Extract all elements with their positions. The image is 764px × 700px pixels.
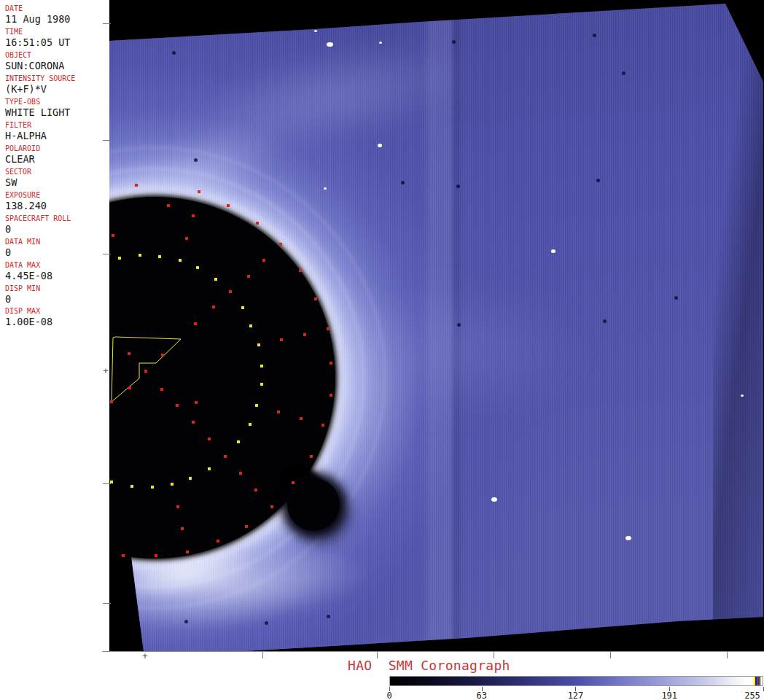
fiducial-dot-red [280,338,283,341]
metadata-field: SPACECRAFT ROLL0 [5,214,71,235]
metadata-value: H-ALPHA [5,131,47,141]
bright-speck [551,249,556,253]
fiducial-dot-yellow [130,485,133,488]
fiducial-dot-red [155,554,157,557]
fiducial-dot-yellow [196,266,199,269]
dust-speck [194,158,198,162]
metadata-field: INTENSITY SOURCE(K+F)*V [5,74,75,95]
fiducial-dot-red [292,481,295,484]
metadata-field: TIME16:51:05 UT [5,28,70,48]
fiducial-dot-red [330,394,332,397]
dust-speck [401,181,405,184]
left-axis-plus-mark: + [103,366,109,376]
metadata-label: DISP MIN [5,284,40,292]
metadata-value: 0 [5,247,40,258]
bottom-axis-line [102,651,764,652]
bottom-axis-plus-mark: + [142,651,148,661]
fiducial-dot-red [185,237,188,240]
metadata-field: EXPOSURE138.240 [5,191,47,211]
fiducial-dot-red [303,333,306,336]
metadata-value: 138.240 [5,201,47,211]
metadata-field: DATA MIN0 [5,238,40,258]
left-axis-tick [103,483,111,484]
fiducial-dot-yellow [260,383,263,386]
fiducial-dot-red [327,327,330,330]
fiducial-dot-red [198,190,200,193]
fiducial-dot-red [186,551,189,553]
metadata-value: 0 [5,294,40,305]
fiducial-dot-red [239,472,242,475]
metadata-field: OBJECTSUN:CORONA [5,51,64,71]
fiducial-dot-yellow [189,477,192,480]
bright-speck [625,536,631,540]
fiducial-dot-yellow [214,278,217,281]
fiducial-dot-red [256,222,259,225]
metadata-label: POLAROID [5,144,40,152]
metadata-label: INTENSITY SOURCE [5,74,75,82]
metadata-field: DISP MAX1.00E-08 [5,307,52,327]
fiducial-dot-red [128,386,131,389]
fiducial-dot-red [144,370,147,373]
metadata-label: SECTOR [5,168,31,176]
metadata-label: DISP MAX [5,307,52,315]
bottom-axis-tick [610,652,611,658]
dust-speck [184,620,188,623]
dust-speck [603,319,607,323]
metadata-value: CLEAR [5,154,40,165]
colorbar-tick-label: 0 [386,691,391,700]
bottom-axis-tick [494,652,494,658]
metadata-value: 11 Aug 1980 [5,14,70,25]
metadata-label: SPACECRAFT ROLL [5,214,71,222]
fiducial-dot-red [122,554,125,557]
fiducial-dot-yellow [249,423,252,426]
fiducial-dot-yellow [118,257,121,260]
dust-speck [622,71,625,75]
fiducial-dot-red [279,243,282,246]
fiducial-dot-yellow [208,467,211,470]
colorbar-tick-label: 127 [568,691,584,700]
metadata-label: DATA MAX [5,261,52,269]
bottom-axis-tick [377,652,378,658]
dust-speck [674,296,678,300]
fiducial-dot-red [208,438,211,440]
metadata-label: TIME [5,28,70,36]
colorbar-tick-label: 255 [744,691,760,700]
fiducial-dot-red [176,505,179,508]
fiducial-dot-red [321,424,324,427]
dust-speck [172,51,176,55]
fiducial-dot-yellow [249,324,252,327]
fiducial-polygon-layer [109,0,764,652]
metadata-label: TYPE-OBS [5,98,70,106]
fiducial-dot-yellow [158,255,161,258]
metadata-sidebar: DATE11 Aug 1980TIME16:51:05 UTOBJECTSUN:… [0,0,109,652]
fiducial-dot-yellow [237,440,240,443]
fiducial-dot-red [212,306,215,308]
dust-speck [457,323,461,327]
colorbar-stripe [760,677,761,685]
fiducial-dot-yellow [179,259,182,262]
colorbar [389,676,763,686]
dust-speck [593,34,596,37]
fiducial-dot-red [167,204,170,207]
fiducial-dot-red [192,421,195,424]
metadata-value: WHITE LIGHT [5,107,70,118]
fiducial-dot-red [194,322,197,325]
metadata-label: EXPOSURE [5,191,47,199]
metadata-label: FILTER [5,121,47,129]
smm-coronagraph-viewer: DATE11 Aug 1980TIME16:51:05 UTOBJECTSUN:… [0,0,764,700]
fiducial-dot-red [181,527,184,530]
bright-speck [314,30,317,32]
bright-speck [327,42,333,47]
metadata-value: SW [5,177,31,188]
fiducial-dot-red [112,234,114,237]
dust-speck [327,615,330,618]
metadata-field: DISP MIN0 [5,284,40,305]
fiducial-dot-red [310,455,313,458]
fiducial-dot-red [247,275,250,278]
fiducial-dot-yellow [260,365,263,368]
fiducial-dot-red [192,214,195,217]
metadata-value: 16:51:05 UT [5,37,70,48]
metadata-field: TYPE-OBSWHITE LIGHT [5,98,70,118]
bright-speck [379,42,382,44]
fiducial-dot-yellow [151,486,154,489]
